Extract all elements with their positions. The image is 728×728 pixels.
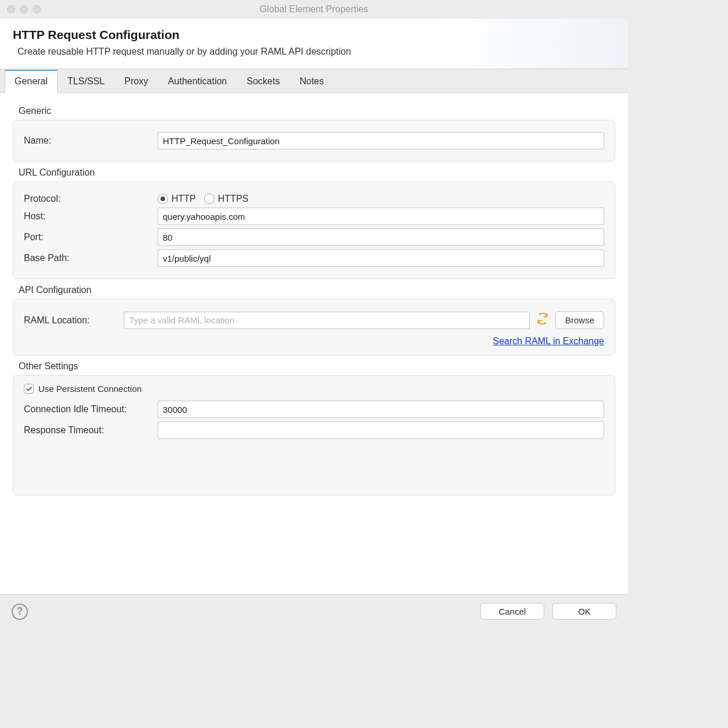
radio-https-label: HTTPS bbox=[218, 194, 248, 204]
dialog-window: Global Element Properties HTTP Request C… bbox=[0, 0, 628, 628]
minimize-window-icon[interactable] bbox=[20, 5, 28, 13]
persistent-label: Use Persistent Connection bbox=[38, 384, 142, 394]
idle-label: Connection Idle Timeout: bbox=[24, 404, 158, 415]
page-subtitle: Create reusable HTTP request manually or… bbox=[17, 47, 615, 57]
host-input[interactable] bbox=[158, 208, 604, 225]
host-label: Host: bbox=[24, 211, 158, 222]
tab-notes[interactable]: Notes bbox=[290, 70, 334, 93]
tab-general[interactable]: General bbox=[5, 70, 58, 93]
checkbox-checked-icon bbox=[24, 384, 34, 394]
window-controls bbox=[7, 5, 41, 13]
protocol-radio-group: HTTP HTTPS bbox=[158, 194, 248, 204]
basepath-label: Base Path: bbox=[24, 253, 158, 263]
protocol-http-radio[interactable]: HTTP bbox=[158, 194, 196, 204]
tab-bar: General TLS/SSL Proxy Authentication Soc… bbox=[0, 69, 628, 93]
ok-button[interactable]: OK bbox=[552, 603, 616, 620]
name-row: Name: bbox=[24, 132, 604, 149]
response-input[interactable] bbox=[158, 422, 604, 439]
tab-sockets[interactable]: Sockets bbox=[237, 70, 290, 93]
tab-authentication[interactable]: Authentication bbox=[158, 70, 237, 93]
tab-content: Generic Name: URL Configuration Protocol… bbox=[0, 93, 628, 594]
radio-http-label: HTTP bbox=[172, 194, 196, 204]
name-input[interactable] bbox=[158, 132, 604, 149]
window-title: Global Element Properties bbox=[0, 4, 628, 15]
section-api-label: API Configuration bbox=[19, 285, 615, 295]
raml-row: RAML Location: Browse bbox=[24, 311, 604, 329]
basepath-row: Base Path: bbox=[24, 249, 604, 267]
protocol-https-radio[interactable]: HTTPS bbox=[204, 194, 248, 204]
titlebar: Global Element Properties bbox=[0, 0, 628, 19]
host-row: Host: bbox=[24, 208, 604, 225]
cancel-button[interactable]: Cancel bbox=[480, 603, 544, 620]
port-label: Port: bbox=[24, 232, 158, 242]
protocol-row: Protocol: HTTP HTTPS bbox=[24, 194, 604, 204]
section-generic-label: Generic bbox=[19, 106, 615, 116]
dialog-footer: ? Cancel OK bbox=[0, 594, 628, 628]
page-title: HTTP Request Configuration bbox=[13, 28, 615, 42]
refresh-icon[interactable] bbox=[537, 313, 548, 327]
section-other-panel: Use Persistent Connection Connection Idl… bbox=[13, 375, 615, 495]
radio-checked-icon bbox=[158, 194, 168, 204]
tab-proxy[interactable]: Proxy bbox=[115, 70, 158, 93]
section-url-label: URL Configuration bbox=[19, 167, 615, 178]
tab-tls-ssl[interactable]: TLS/SSL bbox=[58, 70, 115, 93]
header-banner: HTTP Request Configuration Create reusab… bbox=[0, 19, 628, 69]
protocol-label: Protocol: bbox=[24, 194, 158, 204]
persistent-checkbox[interactable]: Use Persistent Connection bbox=[24, 384, 604, 394]
port-input[interactable] bbox=[158, 229, 604, 246]
section-api-panel: RAML Location: Browse Search RAML in Exc… bbox=[13, 299, 615, 355]
radio-unchecked-icon bbox=[204, 194, 215, 204]
basepath-input[interactable] bbox=[158, 249, 604, 267]
browse-button[interactable]: Browse bbox=[555, 311, 604, 329]
search-raml-link[interactable]: Search RAML in Exchange bbox=[493, 336, 604, 346]
idle-row: Connection Idle Timeout: bbox=[24, 401, 604, 418]
port-row: Port: bbox=[24, 229, 604, 246]
footer-buttons: Cancel OK bbox=[480, 603, 616, 620]
maximize-window-icon[interactable] bbox=[33, 5, 41, 13]
section-other-label: Other Settings bbox=[19, 361, 615, 372]
response-label: Response Timeout: bbox=[24, 425, 158, 436]
close-window-icon[interactable] bbox=[7, 5, 15, 13]
raml-input[interactable] bbox=[124, 312, 530, 329]
name-label: Name: bbox=[24, 135, 158, 146]
response-row: Response Timeout: bbox=[24, 422, 604, 439]
section-generic-panel: Name: bbox=[13, 120, 615, 162]
section-url-panel: Protocol: HTTP HTTPS Host: Port: bbox=[13, 181, 615, 279]
help-icon[interactable]: ? bbox=[12, 604, 28, 620]
idle-input[interactable] bbox=[158, 401, 604, 418]
search-link-row: Search RAML in Exchange bbox=[24, 336, 604, 347]
raml-label: RAML Location: bbox=[24, 315, 117, 326]
